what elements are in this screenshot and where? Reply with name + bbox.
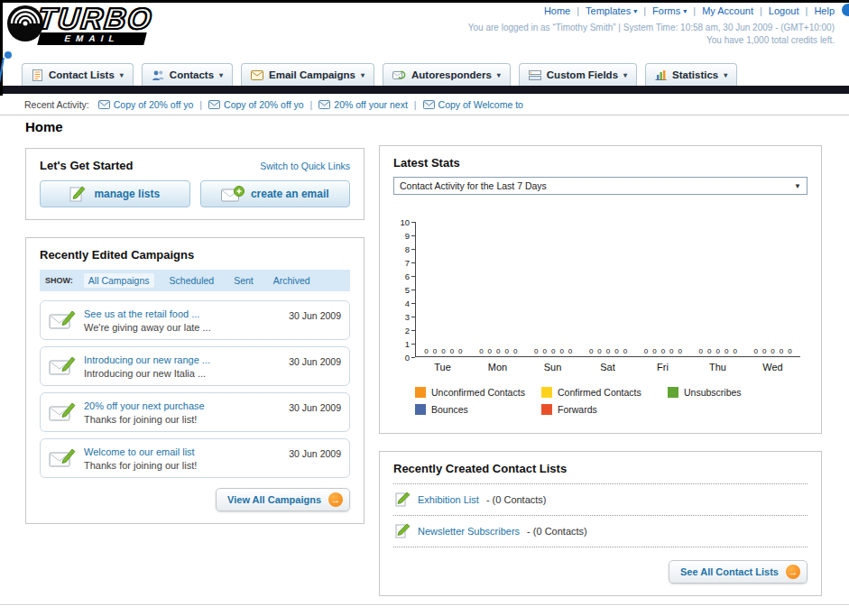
app-logo[interactable]: TURBO EMAIL	[5, 3, 152, 45]
legend-swatch	[541, 404, 552, 415]
tab-custom-fields[interactable]: Custom Fields ▾	[519, 63, 637, 86]
view-all-campaigns-button[interactable]: View All Campaigns →	[216, 488, 350, 511]
chart-x-label: Thu	[690, 362, 745, 372]
campaign-row[interactable]: Welcome to our email list Thanks for joi…	[40, 438, 350, 478]
recent-activity-item[interactable]: 20% off your next	[318, 99, 408, 110]
top-link-help[interactable]: Help	[814, 5, 835, 16]
nav-divider-bar	[0, 86, 849, 94]
campaign-date: 30 Jun 2009	[289, 356, 341, 367]
chart-y-tick: 5	[405, 285, 415, 295]
recent-activity-item[interactable]: Copy of 20% off yo	[98, 99, 194, 110]
tab-statistics[interactable]: Statistics ▾	[645, 63, 737, 86]
contact-count: - (0 Contacts)	[486, 494, 547, 505]
pencil-icon	[69, 185, 88, 203]
stats-title: Latest Stats	[393, 156, 807, 170]
tab-contact-lists[interactable]: Contact Lists ▾	[22, 63, 134, 86]
top-link-forms[interactable]: Forms▾	[652, 5, 687, 16]
recent-activity-link[interactable]: 20% off your next	[334, 99, 408, 110]
chart-category-group: 00000	[581, 222, 636, 356]
button-label: create an email	[251, 188, 329, 200]
top-link-home[interactable]: Home	[544, 5, 570, 16]
chevron-down-icon: ▾	[724, 71, 727, 79]
chart-y-tick: 2	[405, 326, 415, 336]
separator: |	[760, 5, 762, 16]
filter-scheduled[interactable]: Scheduled	[165, 273, 219, 288]
select-value: Contact Activity for the Last 7 Days	[400, 180, 547, 191]
legend-label: Unsubscribes	[684, 387, 742, 398]
logo-title: TURBO	[36, 5, 154, 32]
button-label: View All Campaigns	[227, 494, 321, 505]
contact-lists-icon	[32, 69, 43, 81]
contact-list-row[interactable]: Newsletter Subscribers - (0 Contacts)	[393, 516, 807, 547]
top-link-logout[interactable]: Logout	[769, 5, 799, 16]
filter-archived[interactable]: Archived	[269, 273, 315, 288]
legend-label: Unconfirmed Contacts	[431, 387, 525, 398]
chart-value-labels: 00000	[745, 347, 800, 355]
campaign-list: See us at the retail food ... We're givi…	[40, 300, 350, 478]
campaign-date: 30 Jun 2009	[289, 402, 341, 413]
recent-activity-link[interactable]: Copy of 20% off yo	[114, 99, 194, 110]
tab-autoresponders[interactable]: Autoresponders ▾	[383, 63, 511, 86]
manage-lists-button[interactable]: manage lists	[40, 180, 190, 207]
campaign-row[interactable]: See us at the retail food ... We're givi…	[40, 300, 350, 340]
chart-value-labels: 00000	[690, 347, 745, 355]
page-title: Home	[25, 119, 63, 134]
campaign-link[interactable]: Welcome to our email list	[84, 446, 281, 457]
recent-activity-item[interactable]: Copy of Welcome to	[423, 99, 523, 110]
contacts-icon	[152, 69, 164, 81]
top-link-my-account[interactable]: My Account	[702, 5, 753, 16]
switch-quick-links-link[interactable]: Switch to Quick Links	[260, 161, 350, 171]
chart-y-tick: 8	[405, 244, 415, 254]
legend-item: Unconfirmed Contacts	[415, 387, 541, 398]
main-nav: Contact Lists ▾ Contacts ▾ Email Campaig…	[22, 63, 737, 86]
chart-value-labels: 00000	[416, 347, 471, 355]
see-all-contact-lists-button[interactable]: See All Contact Lists →	[669, 560, 807, 584]
get-started-panel: Let's Get Started Switch to Quick Links …	[25, 148, 365, 220]
campaign-link[interactable]: 20% off your next purchase	[84, 400, 281, 411]
tab-label: Custom Fields	[547, 69, 618, 80]
contact-list-link[interactable]: Exhibition List	[418, 494, 479, 505]
filter-all-campaigns[interactable]: All Campaigns	[84, 273, 154, 288]
chevron-down-icon: ▾	[497, 71, 501, 79]
contact-list-link[interactable]: Newsletter Subscribers	[418, 526, 520, 537]
separator: |	[199, 99, 202, 110]
recent-activity-link[interactable]: Copy of 20% off yo	[224, 99, 304, 110]
edit-list-icon	[395, 523, 411, 539]
separator: |	[693, 5, 696, 16]
campaign-subtitle: Thanks for joining our list!	[84, 460, 281, 471]
chart-y-tick: 4	[405, 299, 415, 308]
chart-y-tick: 6	[405, 271, 415, 281]
stats-period-select[interactable]: Contact Activity for the Last 7 Days ▼	[393, 177, 807, 195]
top-link-templates[interactable]: Templates▾	[586, 5, 637, 16]
lists-title: Recently Created Contact Lists	[393, 462, 807, 484]
envelope-icon	[251, 70, 263, 80]
campaign-link[interactable]: Introducing our new range ...	[84, 354, 281, 365]
recent-activity-link[interactable]: Copy of Welcome to	[438, 99, 523, 110]
chart-y-tick: 3	[405, 312, 415, 322]
campaign-row[interactable]: 20% off your next purchase Thanks for jo…	[40, 392, 350, 432]
campaign-link[interactable]: See us at the retail food ...	[84, 308, 281, 319]
legend-swatch	[415, 387, 426, 398]
tab-email-campaigns[interactable]: Email Campaigns ▾	[241, 63, 374, 86]
envelope-icon	[98, 100, 110, 109]
chart-value-labels: 00000	[581, 347, 636, 355]
legend-item: Unsubscribes	[668, 387, 794, 398]
contact-list-row[interactable]: Exhibition List - (0 Contacts)	[393, 484, 807, 516]
filter-sent[interactable]: Sent	[229, 273, 258, 288]
create-email-button[interactable]: create an email	[200, 180, 351, 207]
tab-contacts[interactable]: Contacts ▾	[142, 63, 233, 86]
tab-label: Email Campaigns	[269, 69, 355, 80]
chevron-down-icon: ▾	[361, 71, 365, 79]
chart-value-labels: 00000	[526, 347, 581, 355]
button-label: See All Contact Lists	[680, 566, 779, 577]
chart-y-axis: 109876543210	[393, 222, 415, 357]
chart-value-labels: 00000	[471, 347, 526, 355]
arrow-icon: →	[786, 565, 800, 579]
credits-info: You have 1,000 total credits left.	[468, 35, 835, 45]
chart-x-label: Fri	[635, 362, 690, 372]
recent-activity-item[interactable]: Copy of 20% off yo	[208, 99, 304, 110]
edit-email-icon	[49, 310, 76, 330]
show-label: SHOW:	[45, 276, 73, 285]
top-link-label: Templates	[586, 5, 631, 16]
campaign-row[interactable]: Introducing our new range ... Introducin…	[40, 346, 350, 386]
